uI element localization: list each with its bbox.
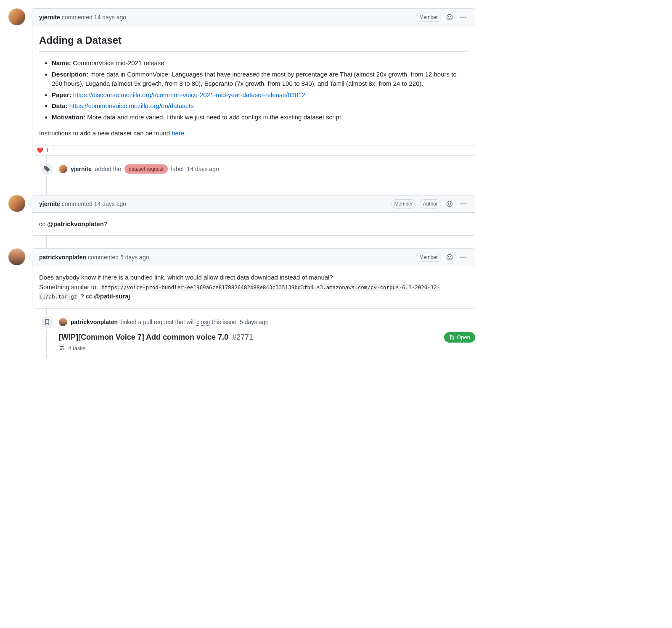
svg-point-0 [447, 15, 452, 20]
pr-number: #2771 [232, 333, 253, 341]
svg-point-5 [465, 17, 466, 18]
avatar[interactable] [8, 195, 25, 212]
svg-point-15 [460, 257, 462, 258]
bullet-label: Description: [52, 71, 89, 78]
kebab-icon[interactable] [458, 12, 468, 22]
svg-point-10 [463, 203, 464, 204]
instructions-link[interactable]: here [172, 129, 184, 137]
bullet-value: more data in CommonVoice: Languages that… [52, 71, 457, 87]
comment-body: cc @patrickvonplaten? [32, 213, 475, 236]
comment-heading: Adding a Dataset [39, 33, 468, 52]
bullet-label: Data: [52, 102, 68, 109]
body-text: ? [104, 220, 107, 227]
instructions-text: . [184, 129, 186, 137]
role-badge: Member [416, 253, 441, 262]
body-text: Does anybody know if there is a bundled … [39, 274, 333, 281]
body-text: cc [39, 220, 47, 227]
svg-point-14 [450, 256, 451, 257]
body-text: Something similar to: [39, 283, 100, 290]
svg-point-1 [448, 16, 449, 17]
reaction-heart[interactable]: ❤️ 1 [32, 145, 53, 155]
comment-author[interactable]: yjernite [39, 14, 60, 21]
comment: yjernite commented 14 days ago Member Au… [8, 195, 475, 236]
state-badge-open: Open [444, 332, 475, 343]
comment-action: commented [88, 254, 119, 261]
avatar[interactable] [8, 8, 25, 25]
svg-point-2 [450, 16, 451, 17]
event-text: label [171, 166, 184, 172]
comment-action: commented [62, 14, 93, 21]
event-time[interactable]: 14 days ago [187, 166, 219, 172]
comment-time[interactable]: 14 days ago [94, 201, 126, 207]
event-time[interactable]: 5 days ago [240, 319, 269, 325]
svg-point-3 [460, 17, 462, 18]
bullet-value: CommonVoice mid-2021 release [73, 59, 164, 66]
body-text: ? cc [79, 293, 94, 300]
svg-point-7 [448, 203, 449, 203]
event-text: added the [95, 166, 121, 172]
pr-title-link[interactable]: [WIP][Common Voice 7] Add common voice 7… [59, 333, 253, 342]
label-pill[interactable]: dataset request [124, 164, 168, 174]
bullet-value: More data and more varied. I think we ju… [87, 113, 343, 121]
comment: yjernite commented 14 days ago Member Ad… [8, 8, 475, 156]
event-text: linked a pull request that will [121, 319, 196, 325]
svg-point-12 [447, 255, 452, 260]
svg-point-8 [450, 203, 451, 203]
role-badge: Member [416, 13, 441, 22]
role-badge: Author [420, 199, 441, 208]
comment-time[interactable]: 5 days ago [120, 254, 149, 261]
kebab-icon[interactable] [458, 199, 468, 209]
close-word[interactable]: close [196, 319, 210, 326]
tasks-row: 4 tasks [40, 345, 475, 352]
comment-author[interactable]: yjernite [39, 201, 60, 207]
comment-author[interactable]: patrickvonplaten [39, 254, 86, 261]
git-pull-request-icon [449, 334, 455, 340]
svg-point-17 [465, 257, 466, 258]
mention[interactable]: @patil-suraj [94, 293, 130, 300]
svg-point-13 [448, 256, 449, 257]
emoji-icon[interactable] [444, 12, 455, 22]
paper-link[interactable]: https://discourse.mozilla.org/t/common-v… [73, 91, 305, 98]
comment-time[interactable]: 14 days ago [94, 14, 126, 21]
comment-box: yjernite commented 14 days ago Member Au… [32, 195, 475, 236]
comment-action: commented [62, 201, 93, 207]
event-text: this issue [210, 319, 236, 325]
comment-box: patrickvonplaten commented 5 days ago Me… [32, 248, 475, 309]
role-badge: Member [391, 199, 416, 208]
data-link[interactable]: https://commonvoice.mozilla.org/en/datas… [69, 102, 194, 109]
bookmark-icon [40, 315, 54, 329]
emoji-icon[interactable] [444, 199, 455, 209]
svg-point-9 [460, 203, 462, 204]
svg-point-6 [447, 201, 452, 206]
comment-header: yjernite commented 14 days ago Member Au… [32, 195, 475, 213]
event-author[interactable]: patrickvonplaten [71, 319, 118, 325]
timeline-pr-event: patrickvonplaten linked a pull request t… [17, 309, 475, 359]
svg-point-16 [463, 257, 464, 258]
avatar[interactable] [8, 248, 25, 265]
reaction-count: 1 [46, 147, 49, 153]
timeline-label-event: yjernite added the dataset request label… [17, 156, 475, 182]
mention[interactable]: @patrickvonplaten [47, 220, 104, 227]
bullet-label: Name: [52, 59, 71, 66]
mini-avatar[interactable] [59, 165, 67, 173]
comment-header: yjernite commented 14 days ago Member [32, 9, 475, 26]
tag-icon [40, 162, 54, 176]
bullet-label: Paper: [52, 91, 71, 98]
comment: patrickvonplaten commented 5 days ago Me… [8, 248, 475, 309]
mini-avatar[interactable] [59, 318, 67, 326]
emoji-icon[interactable] [444, 252, 455, 262]
comment-body: Does anybody know if there is a bundled … [32, 266, 475, 308]
comment-box: yjernite commented 14 days ago Member Ad… [32, 8, 475, 156]
event-author[interactable]: yjernite [71, 166, 92, 172]
heart-icon: ❤️ [37, 147, 43, 153]
bullet-label: Motivation: [52, 113, 85, 121]
tasks-text: 4 tasks [68, 345, 85, 351]
instructions-text: Instructions to add a new dataset can be… [39, 129, 172, 137]
svg-point-11 [465, 203, 466, 204]
checklist-icon [59, 345, 66, 352]
kebab-icon[interactable] [458, 252, 468, 262]
reaction-bar: ❤️ 1 [32, 145, 475, 155]
comment-body: Adding a Dataset Name: CommonVoice mid-2… [32, 26, 475, 145]
svg-point-4 [463, 17, 464, 18]
comment-header: patrickvonplaten commented 5 days ago Me… [32, 249, 475, 266]
